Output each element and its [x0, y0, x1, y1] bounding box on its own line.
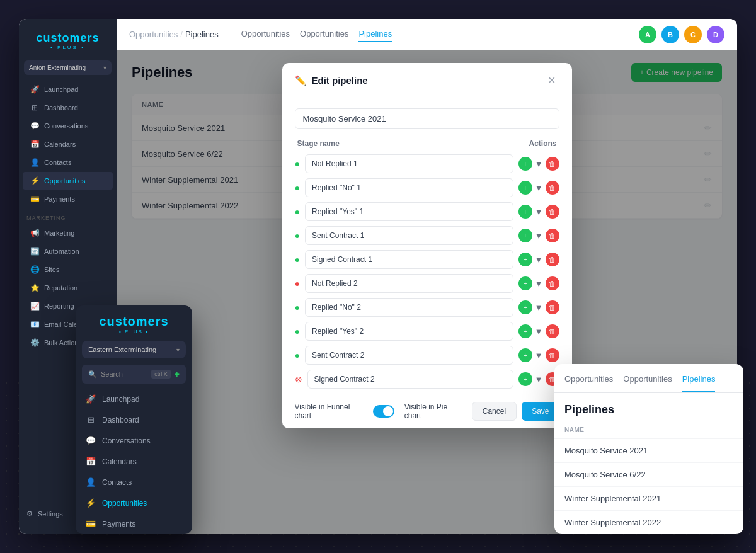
stage-input[interactable]: [307, 370, 513, 389]
mini-table-row[interactable]: Winter Supplemental 2022: [554, 511, 743, 534]
funnel-toggle[interactable]: [373, 405, 394, 418]
stage-delete-button[interactable]: 🗑: [546, 181, 559, 195]
sidebar-item-reputation[interactable]: ⭐ Reputation: [23, 279, 113, 297]
mini-tab-opportunities2[interactable]: Opportunities: [623, 374, 672, 392]
stage-input[interactable]: [305, 346, 513, 365]
stage-filter-icon[interactable]: ▼: [535, 159, 543, 169]
stage-delete-button[interactable]: 🗑: [546, 157, 559, 171]
mini-sidebar-item-contacts[interactable]: 👤 Contacts: [76, 472, 192, 493]
settings-label: Settings: [38, 510, 63, 518]
mini-sidebar-item-conversations[interactable]: 💬 Conversations: [76, 430, 192, 451]
mini-search-bar[interactable]: 🔍 Search ctrl K +: [82, 365, 186, 384]
sidebar-item-launchpad[interactable]: 🚀 Launchpad: [23, 81, 113, 98]
stage-add-button[interactable]: +: [518, 229, 532, 242]
stage-filter-icon[interactable]: ▼: [535, 183, 543, 193]
stage-add-button[interactable]: +: [518, 348, 532, 362]
stage-add-button[interactable]: +: [518, 276, 532, 290]
breadcrumb-section: Opportunities: [129, 30, 178, 39]
mini-table-row[interactable]: Mosquito Service 2021: [554, 439, 743, 463]
top-bar: Opportunities / Pipelines Opportunities …: [117, 19, 737, 50]
stage-filter-icon[interactable]: ▼: [535, 279, 543, 288]
stage-check-icon: ●: [295, 254, 300, 265]
stage-filter-icon[interactable]: ▼: [535, 303, 543, 312]
stage-filter-icon[interactable]: ▼: [535, 351, 543, 360]
stage-add-button[interactable]: +: [518, 372, 532, 386]
mini-tabs: Opportunities Opportunities Pipelines: [554, 364, 743, 393]
stage-input[interactable]: [305, 154, 513, 173]
email-calendar-icon: 📧: [30, 320, 39, 329]
calendars-icon: 📅: [86, 457, 96, 466]
sidebar-item-calendars[interactable]: 📅 Calendars: [23, 135, 113, 153]
tab-opportunities[interactable]: Opportunities: [241, 26, 290, 42]
reputation-icon: ⭐: [30, 283, 39, 292]
pie-chart-label: Visible in Pie chart: [404, 402, 462, 420]
calendars-icon: 📅: [30, 140, 39, 149]
stage-input[interactable]: [305, 250, 513, 269]
stage-add-button[interactable]: +: [518, 324, 532, 338]
stage-check-icon: ●: [295, 302, 300, 312]
avatar-1: A: [639, 26, 656, 43]
footer-actions: Cancel Save: [472, 402, 559, 421]
stage-add-button[interactable]: +: [518, 300, 532, 314]
mini-account-selector[interactable]: Eastern Exterminating ▾: [82, 341, 186, 358]
stage-add-button[interactable]: +: [518, 157, 532, 171]
stage-delete-button[interactable]: 🗑: [546, 276, 559, 290]
launchpad-icon: 🚀: [86, 394, 96, 404]
mini-table-row[interactable]: Winter Supplemental 2021: [554, 487, 743, 511]
sidebar-item-contacts[interactable]: 👤 Contacts: [23, 154, 113, 171]
pipeline-name-input[interactable]: [295, 108, 559, 129]
stage-input[interactable]: [305, 298, 513, 317]
logo-text: customers: [26, 31, 109, 45]
stage-input[interactable]: [305, 322, 513, 341]
conversations-icon: 💬: [86, 436, 96, 445]
mini-nav-label: Opportunities: [102, 499, 147, 508]
mini-sidebar-item-calendars[interactable]: 📅 Calendars: [76, 451, 192, 472]
mini-sidebar-item-dashboard[interactable]: ⊞ Dashboard: [76, 409, 192, 430]
stage-add-button[interactable]: +: [518, 205, 532, 219]
stage-input[interactable]: [305, 274, 513, 293]
stage-delete-button[interactable]: 🗑: [546, 229, 559, 242]
sidebar-item-label: Contacts: [44, 159, 71, 166]
stage-filter-icon[interactable]: ▼: [535, 375, 543, 384]
stage-filter-icon[interactable]: ▼: [535, 255, 543, 265]
mini-sidebar-item-opportunities[interactable]: ⚡ Opportunities: [76, 493, 192, 513]
mini-nav-label: Launchpad: [102, 395, 139, 404]
cancel-button[interactable]: Cancel: [472, 402, 517, 421]
stage-row: ● + ▼ 🗑: [295, 226, 559, 245]
sidebar-account[interactable]: Anton Exterminating ▾: [24, 60, 112, 75]
tab-pipelines[interactable]: Pipelines: [358, 26, 392, 42]
sidebar-item-conversations[interactable]: 💬 Conversations: [23, 117, 113, 135]
stage-input[interactable]: [305, 202, 513, 221]
stage-check-icon: ⊗: [295, 374, 302, 384]
modal-close-button[interactable]: ✕: [544, 73, 559, 88]
stage-delete-button[interactable]: 🗑: [546, 348, 559, 362]
stage-filter-icon[interactable]: ▼: [535, 207, 543, 217]
opportunities-icon: ⚡: [30, 176, 39, 185]
stage-delete-button[interactable]: 🗑: [546, 324, 559, 338]
mini-sidebar-item-payments[interactable]: 💳 Payments: [76, 513, 192, 534]
stage-filter-icon[interactable]: ▼: [535, 327, 543, 336]
stage-add-button[interactable]: +: [518, 181, 532, 195]
stage-input[interactable]: [305, 178, 513, 197]
tab-opportunities2[interactable]: Opportunities: [300, 26, 348, 42]
stage-filter-icon[interactable]: ▼: [535, 231, 543, 241]
sidebar-item-automation[interactable]: 🔄 Automation: [23, 242, 113, 260]
mini-pipeline-name: Mosquito Service 2021: [564, 446, 648, 455]
save-button[interactable]: Save: [522, 402, 559, 421]
stage-delete-button[interactable]: 🗑: [546, 253, 559, 266]
mini-sidebar-item-launchpad[interactable]: 🚀 Launchpad: [76, 389, 192, 409]
sidebar-item-sites[interactable]: 🌐 Sites: [23, 261, 113, 278]
mini-pipeline-name: Winter Supplemental 2022: [564, 518, 661, 527]
mini-tab-opportunities[interactable]: Opportunities: [564, 374, 613, 392]
stage-add-button[interactable]: +: [518, 253, 532, 266]
sidebar-item-dashboard[interactable]: ⊞ Dashboard: [23, 99, 113, 117]
mini-tab-pipelines[interactable]: Pipelines: [682, 374, 716, 392]
sidebar-item-payments[interactable]: 💳 Payments: [23, 190, 113, 208]
stage-delete-button[interactable]: 🗑: [546, 300, 559, 314]
sidebar-item-marketing[interactable]: 📢 Marketing: [23, 224, 113, 242]
mini-table-row[interactable]: Mosquito Service 6/22: [554, 463, 743, 487]
stage-delete-button[interactable]: 🗑: [546, 205, 559, 219]
contacts-icon: 👤: [86, 477, 96, 487]
sidebar-item-opportunities[interactable]: ⚡ Opportunities: [23, 172, 113, 190]
stage-input[interactable]: [305, 226, 513, 245]
